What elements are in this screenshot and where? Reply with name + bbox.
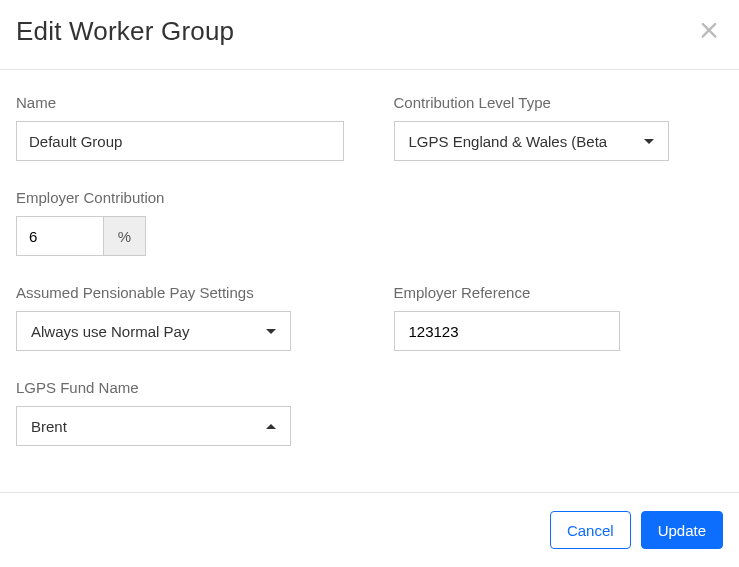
modal-header: Edit Worker Group [0,0,739,70]
chevron-up-icon [266,424,276,429]
assumed-pensionable-select[interactable]: Always use Normal Pay [16,311,291,351]
name-input[interactable] [16,121,344,161]
chevron-down-icon [644,139,654,144]
cancel-button[interactable]: Cancel [550,511,631,549]
modal-title: Edit Worker Group [16,16,234,47]
modal-footer: Cancel Update [0,492,739,567]
chevron-down-icon [266,329,276,334]
contribution-level-type-select[interactable]: LGPS England & Wales (Beta [394,121,669,161]
employer-reference-label: Employer Reference [394,284,724,301]
close-button[interactable] [697,16,721,42]
employer-contribution-group: % [16,216,146,256]
name-label: Name [16,94,346,111]
lgps-fund-name-select[interactable]: Brent [16,406,291,446]
employer-reference-input[interactable] [394,311,620,351]
contribution-level-type-label: Contribution Level Type [394,94,724,111]
percent-addon: % [104,216,146,256]
lgps-fund-name-value: Brent [31,418,67,435]
employer-contribution-input[interactable] [16,216,104,256]
employer-contribution-label: Employer Contribution [16,189,358,206]
update-button[interactable]: Update [641,511,723,549]
lgps-fund-name-label: LGPS Fund Name [16,379,358,396]
assumed-pensionable-label: Assumed Pensionable Pay Settings [16,284,346,301]
close-icon [697,18,721,42]
contribution-level-type-value: LGPS England & Wales (Beta [409,133,608,150]
modal-body: Name Contribution Level Type LGPS Englan… [0,70,739,478]
assumed-pensionable-value: Always use Normal Pay [31,323,189,340]
